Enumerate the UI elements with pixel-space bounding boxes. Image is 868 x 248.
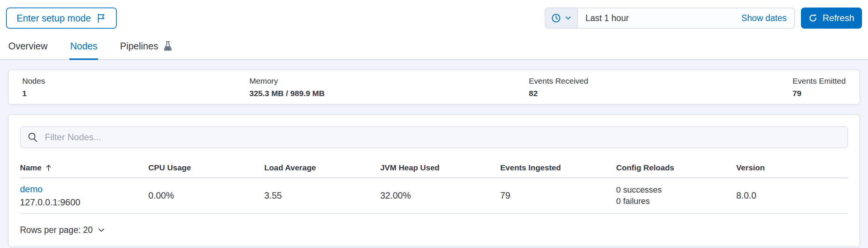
column-header-name-label: Name bbox=[20, 163, 41, 172]
node-name-link[interactable]: demo bbox=[20, 184, 43, 194]
stat-events-emitted-label: Events Emitted bbox=[793, 76, 846, 86]
chevron-down-icon bbox=[97, 226, 105, 234]
column-header-cpu-usage[interactable]: CPU Usage bbox=[148, 163, 264, 172]
refresh-label: Refresh bbox=[822, 13, 854, 23]
cell-events-ingested: 79 bbox=[500, 190, 616, 201]
time-range-display[interactable]: Last 1 hour bbox=[578, 8, 734, 28]
stat-events-received-value: 82 bbox=[529, 88, 588, 98]
stat-events-received-label: Events Received bbox=[529, 76, 588, 86]
table-row: demo 127.0.0.1:9600 0.00% 3.55 32.00% 79… bbox=[20, 178, 848, 214]
stat-events-emitted: Events Emitted 79 bbox=[793, 76, 846, 98]
page-content: Nodes 1 Memory 325.3 MB / 989.9 MB Event… bbox=[0, 60, 868, 247]
beaker-icon bbox=[163, 41, 173, 51]
column-header-events-ingested[interactable]: Events Ingested bbox=[500, 163, 616, 172]
stat-memory-label: Memory bbox=[249, 76, 325, 86]
stat-nodes-value: 1 bbox=[22, 88, 45, 98]
table-header-row: Name CPU Usage Load Average JVM Heap Use… bbox=[20, 163, 848, 178]
nodes-table: Name CPU Usage Load Average JVM Heap Use… bbox=[20, 163, 848, 214]
time-controls: Last 1 hour Show dates Refresh bbox=[545, 8, 862, 29]
flag-icon bbox=[96, 13, 106, 23]
nodes-table-panel: Name CPU Usage Load Average JVM Heap Use… bbox=[8, 114, 860, 247]
filter-bar bbox=[20, 126, 848, 148]
column-header-config-reloads[interactable]: Config Reloads bbox=[616, 163, 737, 172]
search-icon bbox=[28, 132, 38, 142]
header-toolbar: Enter setup mode bbox=[0, 6, 868, 30]
tab-pipelines-label: Pipelines bbox=[120, 41, 158, 52]
quick-select-button[interactable] bbox=[546, 8, 578, 28]
rows-per-page-button[interactable]: Rows per page: 20 bbox=[20, 225, 105, 235]
tab-pipelines[interactable]: Pipelines bbox=[119, 34, 173, 60]
stat-memory-value: 325.3 MB / 989.9 MB bbox=[249, 88, 325, 98]
cell-jvm-heap-used: 32.00% bbox=[380, 190, 500, 201]
cell-config-reloads: 0 successes 0 failures bbox=[616, 184, 737, 207]
tab-nodes[interactable]: Nodes bbox=[69, 34, 98, 60]
clock-icon bbox=[551, 13, 561, 23]
stat-memory: Memory 325.3 MB / 989.9 MB bbox=[249, 76, 325, 98]
filter-nodes-input[interactable] bbox=[44, 132, 840, 143]
column-header-load-average[interactable]: Load Average bbox=[264, 163, 380, 172]
stat-nodes: Nodes 1 bbox=[22, 76, 45, 98]
refresh-button[interactable]: Refresh bbox=[801, 8, 862, 29]
tab-overview[interactable]: Overview bbox=[8, 34, 48, 60]
tab-nodes-label: Nodes bbox=[70, 41, 97, 52]
cell-cpu-usage: 0.00% bbox=[148, 190, 264, 201]
super-date-picker: Last 1 hour Show dates bbox=[545, 8, 795, 29]
column-header-version[interactable]: Version bbox=[736, 163, 848, 172]
chevron-down-icon bbox=[564, 14, 572, 22]
arrow-up-icon bbox=[44, 164, 53, 172]
config-reloads-failures: 0 failures bbox=[616, 196, 737, 207]
config-reloads-successes: 0 successes bbox=[616, 184, 737, 196]
rows-per-page-label: Rows per page: 20 bbox=[20, 225, 93, 235]
cell-name: demo 127.0.0.1:9600 bbox=[20, 184, 148, 208]
node-transport-address: 127.0.0.1:9600 bbox=[20, 197, 148, 208]
cell-load-average: 3.55 bbox=[264, 190, 380, 201]
cluster-summary-panel: Nodes 1 Memory 325.3 MB / 989.9 MB Event… bbox=[8, 69, 860, 105]
stat-events-emitted-value: 79 bbox=[793, 88, 846, 98]
show-dates-link[interactable]: Show dates bbox=[734, 8, 794, 28]
cell-version: 8.0.0 bbox=[736, 190, 848, 201]
column-header-name[interactable]: Name bbox=[20, 163, 148, 172]
enter-setup-mode-label: Enter setup mode bbox=[17, 13, 91, 24]
column-header-jvm-heap-used[interactable]: JVM Heap Used bbox=[380, 163, 500, 172]
enter-setup-mode-button[interactable]: Enter setup mode bbox=[6, 8, 117, 29]
stat-events-received: Events Received 82 bbox=[529, 76, 588, 98]
page-header: Enter setup mode bbox=[0, 0, 868, 60]
stat-nodes-label: Nodes bbox=[22, 76, 45, 86]
tab-bar: Overview Nodes Pipelines bbox=[0, 34, 868, 60]
tab-overview-label: Overview bbox=[8, 41, 47, 52]
refresh-icon bbox=[808, 14, 818, 23]
